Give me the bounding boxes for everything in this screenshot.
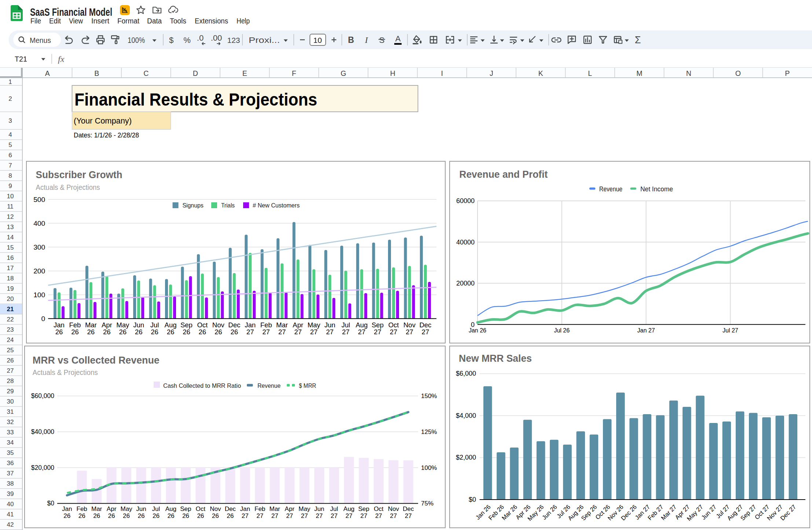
svg-text:27: 27 xyxy=(294,328,302,336)
svg-text:C: C xyxy=(143,69,149,77)
svg-text:26: 26 xyxy=(71,328,79,336)
svg-text:27: 27 xyxy=(271,512,278,519)
svg-text:fx: fx xyxy=(58,54,65,64)
svg-text:8: 8 xyxy=(8,172,12,179)
svg-text:Dates: 1/1/26 - 2/28/28: Dates: 1/1/26 - 2/28/28 xyxy=(74,131,139,139)
svg-text:26: 26 xyxy=(153,512,160,519)
svg-text:26: 26 xyxy=(215,328,222,336)
svg-text:27: 27 xyxy=(256,512,263,519)
svg-text:F: F xyxy=(292,69,296,77)
svg-text:27: 27 xyxy=(390,328,398,336)
svg-text:21: 21 xyxy=(7,306,14,313)
svg-text:$0: $0 xyxy=(47,500,55,507)
svg-text:Apr: Apr xyxy=(293,321,303,329)
svg-text:Revenue and Profit: Revenue and Profit xyxy=(459,169,548,180)
svg-text:Mar: Mar xyxy=(269,505,280,512)
svg-text:Actuals & Projections: Actuals & Projections xyxy=(36,183,100,191)
svg-text:Aug: Aug xyxy=(165,505,176,512)
svg-text:25: 25 xyxy=(7,347,14,354)
svg-text:Signups: Signups xyxy=(182,202,203,209)
svg-text:36: 36 xyxy=(7,460,14,467)
svg-text:26: 26 xyxy=(55,328,63,336)
svg-text:26: 26 xyxy=(7,357,14,364)
svg-text:Oct: Oct xyxy=(196,505,206,512)
svg-text:Jun: Jun xyxy=(314,505,324,512)
svg-text:9: 9 xyxy=(8,183,12,189)
svg-text:26: 26 xyxy=(103,328,111,336)
svg-text:17: 17 xyxy=(7,265,14,272)
svg-text:Jul 26: Jul 26 xyxy=(554,327,570,334)
svg-text:K: K xyxy=(538,69,543,77)
svg-text:Help: Help xyxy=(237,17,250,25)
svg-text:Mar: Mar xyxy=(91,505,102,512)
svg-text:125%: 125% xyxy=(421,428,437,435)
svg-text:27: 27 xyxy=(405,512,412,519)
svg-text:J: J xyxy=(490,69,493,77)
svg-text:27: 27 xyxy=(316,512,323,519)
svg-text:$2,000: $2,000 xyxy=(456,454,476,461)
svg-text:100%: 100% xyxy=(421,464,437,471)
svg-text:6: 6 xyxy=(8,152,12,159)
svg-text:27: 27 xyxy=(310,328,318,336)
svg-text:15: 15 xyxy=(7,244,14,251)
svg-text:27: 27 xyxy=(246,328,254,336)
svg-text:File: File xyxy=(30,17,41,25)
svg-text:Dec: Dec xyxy=(419,321,431,329)
svg-text:I: I xyxy=(441,69,443,77)
svg-text:Feb: Feb xyxy=(69,321,81,329)
svg-text:27: 27 xyxy=(390,512,397,519)
svg-text:H: H xyxy=(390,69,395,77)
svg-text:7: 7 xyxy=(8,162,12,169)
svg-text:Sep: Sep xyxy=(358,505,369,512)
svg-text:27: 27 xyxy=(422,328,429,336)
svg-text:Feb: Feb xyxy=(77,505,87,512)
svg-text:Tools: Tools xyxy=(170,17,186,25)
svg-text:Extensions: Extensions xyxy=(195,17,228,25)
svg-text:27: 27 xyxy=(331,512,338,519)
svg-text:SaaS Financial Model: SaaS Financial Model xyxy=(30,6,112,18)
svg-text:A: A xyxy=(45,69,50,77)
svg-text:Jan 26: Jan 26 xyxy=(469,327,486,334)
svg-text:40: 40 xyxy=(7,501,14,508)
svg-text:26: 26 xyxy=(167,328,175,336)
svg-text:29: 29 xyxy=(7,388,14,395)
svg-text:Sep: Sep xyxy=(180,505,191,512)
svg-text:May: May xyxy=(116,321,129,329)
svg-text:Actuals & Projections: Actuals & Projections xyxy=(33,368,98,376)
svg-text:26: 26 xyxy=(138,512,145,519)
svg-text:May: May xyxy=(307,321,321,329)
svg-text:26: 26 xyxy=(123,512,130,519)
svg-text:26: 26 xyxy=(93,512,100,519)
svg-text:11: 11 xyxy=(7,203,14,210)
svg-text:14: 14 xyxy=(7,234,14,241)
svg-text:Sep: Sep xyxy=(372,321,384,329)
svg-text:Apr: Apr xyxy=(102,321,112,329)
svg-text:May: May xyxy=(120,505,132,512)
svg-text:.0: .0 xyxy=(197,33,204,43)
svg-text:27: 27 xyxy=(262,328,270,336)
svg-text:500: 500 xyxy=(33,196,45,203)
svg-text:Jan 27: Jan 27 xyxy=(637,327,655,334)
svg-text:28: 28 xyxy=(7,378,14,384)
svg-text:Dec: Dec xyxy=(225,505,236,512)
svg-text:E: E xyxy=(242,69,247,77)
svg-text:Insert: Insert xyxy=(91,17,109,25)
svg-text:Jan: Jan xyxy=(54,321,65,329)
svg-text:Data: Data xyxy=(147,17,162,25)
svg-text:G: G xyxy=(341,69,346,77)
svg-text:View: View xyxy=(69,17,83,25)
svg-text:Trials: Trials xyxy=(221,202,235,209)
svg-text:$20,000: $20,000 xyxy=(31,464,55,471)
svg-text:Apr: Apr xyxy=(285,505,295,512)
svg-text:Mar: Mar xyxy=(85,321,97,329)
svg-text:$4,000: $4,000 xyxy=(456,412,476,419)
svg-text:20000: 20000 xyxy=(456,280,475,287)
svg-text:Nov: Nov xyxy=(403,321,416,329)
svg-text:T21: T21 xyxy=(15,55,27,63)
svg-text:39: 39 xyxy=(7,490,14,497)
svg-text:Feb: Feb xyxy=(260,321,272,329)
svg-text:27: 27 xyxy=(358,328,366,336)
svg-text:26: 26 xyxy=(108,512,115,519)
svg-text:Mar: Mar xyxy=(276,321,288,329)
svg-text:$ MRR: $ MRR xyxy=(299,382,316,389)
